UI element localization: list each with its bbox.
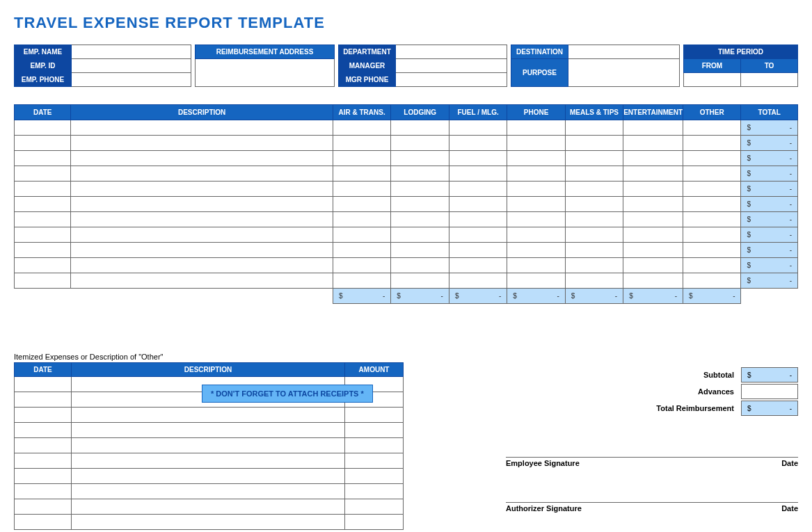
table-cell[interactable] xyxy=(565,197,623,212)
table-cell[interactable] xyxy=(71,499,344,515)
table-cell[interactable] xyxy=(683,273,741,289)
table-cell[interactable] xyxy=(507,227,565,243)
table-cell[interactable] xyxy=(345,499,404,515)
input-reimb-address[interactable] xyxy=(196,59,335,87)
table-cell[interactable] xyxy=(345,515,404,530)
table-cell[interactable] xyxy=(449,197,507,212)
table-cell[interactable] xyxy=(15,227,71,243)
table-cell[interactable] xyxy=(683,227,741,243)
table-cell[interactable] xyxy=(623,227,683,243)
table-cell[interactable] xyxy=(333,151,390,166)
table-cell[interactable] xyxy=(71,182,333,197)
table-cell[interactable] xyxy=(683,182,741,197)
table-cell[interactable] xyxy=(71,469,344,484)
table-cell[interactable] xyxy=(15,197,71,212)
table-cell[interactable] xyxy=(333,166,390,182)
table-cell[interactable] xyxy=(565,227,623,243)
table-cell[interactable] xyxy=(15,453,72,469)
table-cell[interactable] xyxy=(391,197,449,212)
table-cell[interactable] xyxy=(683,151,741,166)
table-cell[interactable] xyxy=(333,227,390,243)
table-cell[interactable] xyxy=(623,136,683,151)
input-destination[interactable] xyxy=(568,45,680,59)
table-cell[interactable] xyxy=(333,136,390,151)
table-cell[interactable] xyxy=(507,120,565,136)
table-cell[interactable] xyxy=(391,166,449,182)
table-cell[interactable] xyxy=(623,120,683,136)
table-cell[interactable] xyxy=(449,273,507,289)
table-cell[interactable] xyxy=(391,227,449,243)
table-cell[interactable] xyxy=(507,182,565,197)
table-cell[interactable] xyxy=(623,197,683,212)
table-cell[interactable] xyxy=(15,120,71,136)
table-cell[interactable] xyxy=(15,484,72,499)
table-cell[interactable] xyxy=(565,258,623,273)
table-cell[interactable] xyxy=(345,438,404,453)
input-from[interactable] xyxy=(684,73,741,87)
table-cell[interactable] xyxy=(333,120,390,136)
value-advances[interactable] xyxy=(741,384,798,399)
table-cell[interactable] xyxy=(623,166,683,182)
table-cell[interactable] xyxy=(565,166,623,182)
table-cell[interactable] xyxy=(71,484,344,499)
table-cell[interactable] xyxy=(333,197,390,212)
table-cell[interactable] xyxy=(683,258,741,273)
table-cell[interactable] xyxy=(71,120,333,136)
table-cell[interactable] xyxy=(15,469,72,484)
table-cell[interactable] xyxy=(507,166,565,182)
table-cell[interactable] xyxy=(391,212,449,227)
table-cell[interactable] xyxy=(683,243,741,258)
table-cell[interactable] xyxy=(71,515,344,530)
table-cell[interactable] xyxy=(333,273,390,289)
table-cell[interactable] xyxy=(71,227,333,243)
table-cell[interactable] xyxy=(449,243,507,258)
input-purpose[interactable] xyxy=(568,59,680,87)
table-cell[interactable] xyxy=(449,258,507,273)
table-cell[interactable] xyxy=(507,273,565,289)
table-cell[interactable] xyxy=(565,243,623,258)
table-cell[interactable] xyxy=(623,258,683,273)
input-to[interactable] xyxy=(741,73,798,87)
table-cell[interactable] xyxy=(71,166,333,182)
table-cell[interactable] xyxy=(15,499,72,515)
table-cell[interactable] xyxy=(345,484,404,499)
table-cell[interactable] xyxy=(507,258,565,273)
table-cell[interactable] xyxy=(15,377,72,392)
input-mgr-phone[interactable] xyxy=(396,73,507,87)
table-cell[interactable] xyxy=(507,151,565,166)
table-cell[interactable] xyxy=(507,212,565,227)
table-cell[interactable] xyxy=(15,392,72,408)
table-cell[interactable] xyxy=(565,151,623,166)
table-cell[interactable] xyxy=(449,212,507,227)
table-cell[interactable] xyxy=(71,136,333,151)
table-cell[interactable] xyxy=(15,423,72,438)
table-cell[interactable] xyxy=(391,151,449,166)
table-cell[interactable] xyxy=(15,151,71,166)
table-cell[interactable] xyxy=(15,438,72,453)
table-cell[interactable] xyxy=(15,166,71,182)
table-cell[interactable] xyxy=(71,212,333,227)
table-cell[interactable] xyxy=(391,136,449,151)
table-cell[interactable] xyxy=(565,182,623,197)
table-cell[interactable] xyxy=(449,182,507,197)
table-cell[interactable] xyxy=(71,151,333,166)
table-cell[interactable] xyxy=(345,423,404,438)
table-cell[interactable] xyxy=(623,212,683,227)
table-cell[interactable] xyxy=(449,227,507,243)
table-cell[interactable] xyxy=(565,136,623,151)
table-cell[interactable] xyxy=(15,182,71,197)
table-cell[interactable] xyxy=(333,258,390,273)
table-cell[interactable] xyxy=(71,273,333,289)
table-cell[interactable] xyxy=(683,120,741,136)
table-cell[interactable] xyxy=(565,120,623,136)
table-cell[interactable] xyxy=(683,212,741,227)
table-cell[interactable] xyxy=(623,151,683,166)
table-cell[interactable] xyxy=(71,408,344,423)
table-cell[interactable] xyxy=(15,136,71,151)
table-cell[interactable] xyxy=(391,273,449,289)
table-cell[interactable] xyxy=(15,515,72,530)
table-cell[interactable] xyxy=(391,258,449,273)
table-cell[interactable] xyxy=(71,438,344,453)
table-cell[interactable] xyxy=(507,136,565,151)
table-cell[interactable] xyxy=(449,166,507,182)
